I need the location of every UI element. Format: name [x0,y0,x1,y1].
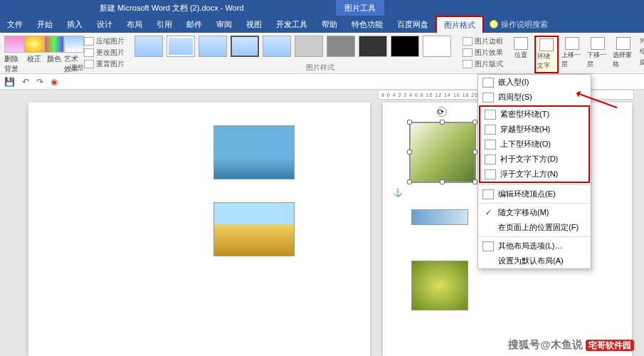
style-thumb[interactable] [359,36,387,57]
selection-icon [616,37,630,50]
wrap-icon [539,38,554,51]
tab-references[interactable]: 引用 [149,16,179,33]
wrap-front[interactable]: 浮于文字上方(N) [480,167,588,182]
style-thumb[interactable] [295,36,323,57]
through-icon [485,125,496,135]
image-mountain[interactable] [213,202,295,256]
border-icon [463,37,473,46]
resize-handle[interactable] [407,120,412,125]
color-icon [44,36,64,53]
fix-position[interactable]: 在页面上的位置固定(F) [478,220,591,235]
change-picture-button[interactable]: 更改图片 [84,48,125,58]
ribbon-tabs: 文件 开始 插入 设计 布局 引用 邮件 审阅 视图 开发工具 帮助 特色功能 … [0,16,644,33]
style-thumb[interactable] [263,36,291,57]
style-gallery[interactable] [134,36,451,57]
tab-home[interactable]: 开始 [30,16,60,33]
inline-icon [482,78,494,88]
picture-layout-button[interactable]: 图片版式 [463,59,503,69]
remove-bg-icon [4,36,24,53]
resize-handle[interactable] [473,150,477,155]
image-blossom-selected[interactable] [410,122,475,182]
tab-features[interactable]: 特色功能 [344,16,390,33]
wrap-text-button[interactable]: 环绕文字 [534,36,559,73]
corrections-button[interactable]: 校正 [24,36,44,64]
tab-design[interactable]: 设计 [90,16,120,33]
image-duck[interactable] [213,125,295,179]
tell-me-search[interactable]: 操作说明搜索 [484,16,548,33]
picture-border-button[interactable]: 图片边框 [463,36,503,46]
bulb-icon [490,20,498,28]
image-strip[interactable] [411,209,468,225]
style-thumb[interactable] [391,36,419,57]
change-icon [84,48,94,57]
tab-file[interactable]: 文件 [0,16,30,33]
more-icon [482,241,494,251]
style-thumb[interactable] [167,36,195,57]
edit-wrap-points[interactable]: 编辑环绕顶点(E) [478,187,591,201]
set-default-layout[interactable]: 设置为默认布局(A) [478,253,591,268]
resize-handle[interactable] [473,179,477,184]
style-thumb[interactable] [231,36,259,57]
undo-icon[interactable]: ↶ [22,77,29,87]
more-layout-options[interactable]: 其他布局选项(L)… [478,239,591,253]
compress-button[interactable]: 压缩图片 [84,36,125,46]
wrap-through[interactable]: 穿越型环绕(H) [480,122,588,137]
remove-background-button[interactable]: 删除背景 [4,36,24,74]
tab-picture-format[interactable]: 图片格式 [436,16,484,33]
move-with-text[interactable]: ✓随文字移动(M) [478,205,591,220]
separator [478,203,591,204]
tab-layout[interactable]: 布局 [120,16,149,33]
picture-effects-button[interactable]: 图片效果 [463,48,503,58]
selection-pane-button[interactable]: 选择窗格 [611,36,635,73]
align-button[interactable]: 对齐 [638,36,644,46]
watermark-tail: 搜狐号@木鱼说 [508,338,583,350]
compress-icon [84,37,94,46]
wrap-behind[interactable]: 衬于文字下方(D) [480,152,588,167]
wrap-tight[interactable]: 紧密型环绕(T) [480,107,588,122]
tab-baidu[interactable]: 百度网盘 [390,16,436,33]
style-thumb[interactable] [327,36,355,57]
qat-icon[interactable]: ◉ [51,77,58,87]
tab-developer[interactable]: 开发工具 [269,16,315,33]
bring-forward-button[interactable]: 上移一层 [560,36,584,73]
adjust-small-group: 压缩图片 更改图片 重置图片 [84,36,125,70]
position-button[interactable]: 位置 [509,36,533,73]
tab-review[interactable]: 审阅 [209,16,239,33]
style-thumb[interactable] [423,36,451,57]
title-bar: 新建 Microsoft Word 文档 (2).docx - Word 图片工… [0,0,644,16]
behind-icon [485,155,496,164]
group-button[interactable]: 组合 [638,46,644,57]
tight-icon [485,110,496,120]
tab-mailings[interactable]: 邮件 [179,16,209,33]
image-green[interactable] [411,261,468,310]
edit-points-icon [482,189,494,199]
resize-handle[interactable] [473,120,477,125]
resize-handle[interactable] [407,150,412,155]
watermark: 搜狐号@木鱼说 宅哥软件园 [508,338,635,352]
wrap-text-dropdown: 嵌入型(I) 四周型(S) 紧密型环绕(T) 穿越型环绕(H) 上下型环绕(O)… [477,74,591,269]
rotate-button[interactable]: 旋转 [638,57,644,68]
resize-handle[interactable] [440,120,445,125]
arrange-group: 位置 环绕文字 上移一层 下移一层 选择窗格 对齐 组合 旋转 [509,36,644,73]
resize-handle[interactable] [440,179,445,184]
tab-help[interactable]: 帮助 [315,16,344,33]
style-options: 图片边框 图片效果 图片版式 [463,36,503,70]
style-thumb[interactable] [134,36,163,57]
ribbon: 删除背景 校正 颜色 艺术效果 压缩图片 更改图片 重置图片 图片边框 [0,33,644,74]
style-thumb[interactable] [199,36,227,57]
send-backward-button[interactable]: 下移一层 [586,36,610,73]
save-icon[interactable]: 💾 [4,77,15,87]
wrap-topbottom[interactable]: 上下型环绕(O) [480,137,588,152]
color-button[interactable]: 颜色 [44,36,64,64]
reset-picture-button[interactable]: 重置图片 [84,59,125,69]
position-icon [514,37,528,50]
tab-insert[interactable]: 插入 [60,16,90,33]
resize-handle[interactable] [407,179,412,184]
redo-icon[interactable]: ↷ [36,77,43,87]
tab-view[interactable]: 视图 [239,16,269,33]
rotate-handle[interactable]: ⟳ [437,107,447,117]
front-icon [485,169,496,179]
backward-icon [591,37,605,50]
square-icon [482,93,494,103]
check-icon: ✓ [482,208,494,217]
